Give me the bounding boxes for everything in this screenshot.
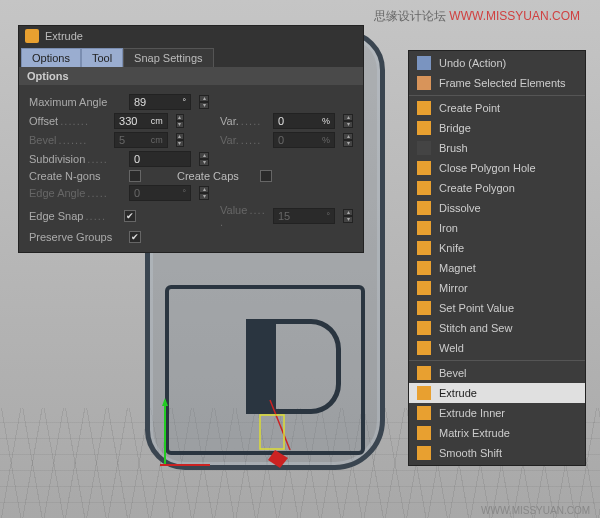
menu-frame-selected[interactable]: Frame Selected Elements bbox=[409, 73, 585, 93]
caps-checkbox[interactable] bbox=[260, 170, 272, 182]
panel-titlebar[interactable]: Extrude bbox=[19, 26, 363, 46]
var1-input[interactable]: 0% bbox=[273, 113, 335, 129]
menu-undo[interactable]: Undo (Action) bbox=[409, 53, 585, 73]
model-frame bbox=[165, 285, 365, 455]
watermark: 思缘设计论坛 WWW.MISSYUAN.COM bbox=[374, 8, 580, 25]
menu-extrude[interactable]: Extrude bbox=[409, 383, 585, 403]
menu-separator bbox=[409, 95, 585, 96]
ngons-label: Create N-gons bbox=[29, 170, 121, 182]
brush-icon bbox=[417, 141, 431, 155]
bevel-spinner[interactable]: ▴▾ bbox=[176, 133, 184, 147]
extrude-icon bbox=[25, 29, 39, 43]
preserve-label: Preserve Groups bbox=[29, 231, 121, 243]
bottom-watermark: WWW.MISSYUAN.COM bbox=[481, 505, 590, 516]
offset-spinner[interactable]: ▴▾ bbox=[176, 114, 184, 128]
extrude-inner-icon bbox=[417, 406, 431, 420]
edge-angle-spinner[interactable]: ▴▾ bbox=[199, 186, 209, 200]
undo-icon bbox=[417, 56, 431, 70]
create-point-icon bbox=[417, 101, 431, 115]
knife-icon bbox=[417, 241, 431, 255]
panel-title-text: Extrude bbox=[45, 30, 83, 42]
menu-set-point-value[interactable]: Set Point Value bbox=[409, 298, 585, 318]
set-point-icon bbox=[417, 301, 431, 315]
context-menu: Undo (Action) Frame Selected Elements Cr… bbox=[408, 50, 586, 466]
offset-label: Offset bbox=[29, 115, 106, 127]
dissolve-icon bbox=[417, 201, 431, 215]
menu-brush[interactable]: Brush bbox=[409, 138, 585, 158]
var1-spinner[interactable]: ▴▾ bbox=[343, 114, 353, 128]
value-label: Value bbox=[220, 204, 265, 228]
max-angle-input[interactable]: 89° bbox=[129, 94, 191, 110]
offset-input[interactable]: 330cm bbox=[114, 113, 168, 129]
menu-knife[interactable]: Knife bbox=[409, 238, 585, 258]
menu-smooth-shift[interactable]: Smooth Shift bbox=[409, 443, 585, 463]
edge-snap-label: Edge Snap bbox=[29, 210, 116, 222]
menu-matrix-extrude[interactable]: Matrix Extrude bbox=[409, 423, 585, 443]
bevel-input[interactable]: 5cm bbox=[114, 132, 168, 148]
subdiv-input[interactable]: 0 bbox=[129, 151, 191, 167]
weld-icon bbox=[417, 341, 431, 355]
tab-snap-settings[interactable]: Snap Settings bbox=[123, 48, 214, 67]
close-polygon-icon bbox=[417, 161, 431, 175]
smooth-shift-icon bbox=[417, 446, 431, 460]
bevel-label: Bevel bbox=[29, 134, 106, 146]
menu-mirror[interactable]: Mirror bbox=[409, 278, 585, 298]
stitch-icon bbox=[417, 321, 431, 335]
menu-stitch-and-sew[interactable]: Stitch and Sew bbox=[409, 318, 585, 338]
menu-create-polygon[interactable]: Create Polygon bbox=[409, 178, 585, 198]
var2-input[interactable]: 0% bbox=[273, 132, 335, 148]
var2-spinner[interactable]: ▴▾ bbox=[343, 133, 353, 147]
frame-icon bbox=[417, 76, 431, 90]
value-input[interactable]: 15° bbox=[273, 208, 335, 224]
menu-bevel[interactable]: Bevel bbox=[409, 363, 585, 383]
caps-label: Create Caps bbox=[177, 170, 252, 182]
menu-separator bbox=[409, 360, 585, 361]
edge-snap-checkbox[interactable]: ✔ bbox=[124, 210, 136, 222]
menu-weld[interactable]: Weld bbox=[409, 338, 585, 358]
menu-extrude-inner[interactable]: Extrude Inner bbox=[409, 403, 585, 423]
subdiv-label: Subdivision bbox=[29, 153, 121, 165]
subdiv-spinner[interactable]: ▴▾ bbox=[199, 152, 209, 166]
extrude-icon bbox=[417, 386, 431, 400]
matrix-extrude-icon bbox=[417, 426, 431, 440]
menu-iron[interactable]: Iron bbox=[409, 218, 585, 238]
menu-close-polygon-hole[interactable]: Close Polygon Hole bbox=[409, 158, 585, 178]
menu-bridge[interactable]: Bridge bbox=[409, 118, 585, 138]
max-angle-spinner[interactable]: ▴▾ bbox=[199, 95, 209, 109]
value-spinner[interactable]: ▴▾ bbox=[343, 209, 353, 223]
bridge-icon bbox=[417, 121, 431, 135]
tab-options[interactable]: Options bbox=[21, 48, 81, 67]
menu-create-point[interactable]: Create Point bbox=[409, 98, 585, 118]
options-header: Options bbox=[19, 67, 363, 85]
var1-label: Var. bbox=[220, 115, 265, 127]
mirror-icon bbox=[417, 281, 431, 295]
extrude-panel: Extrude Options Tool Snap Settings Optio… bbox=[18, 25, 364, 253]
var2-label: Var. bbox=[220, 134, 265, 146]
max-angle-label: Maximum Angle bbox=[29, 96, 121, 108]
panel-tabs: Options Tool Snap Settings bbox=[19, 46, 363, 67]
create-polygon-icon bbox=[417, 181, 431, 195]
bevel-icon bbox=[417, 366, 431, 380]
menu-magnet[interactable]: Magnet bbox=[409, 258, 585, 278]
magnet-icon bbox=[417, 261, 431, 275]
tab-tool[interactable]: Tool bbox=[81, 48, 123, 67]
options-body: Maximum Angle 89° ▴▾ Offset 330cm ▴▾ Var… bbox=[19, 85, 363, 252]
iron-icon bbox=[417, 221, 431, 235]
ngons-checkbox[interactable] bbox=[129, 170, 141, 182]
model-d-hole bbox=[246, 319, 341, 414]
preserve-checkbox[interactable]: ✔ bbox=[129, 231, 141, 243]
edge-angle-input[interactable]: 0° bbox=[129, 185, 191, 201]
menu-dissolve[interactable]: Dissolve bbox=[409, 198, 585, 218]
edge-angle-label: Edge Angle bbox=[29, 187, 121, 199]
